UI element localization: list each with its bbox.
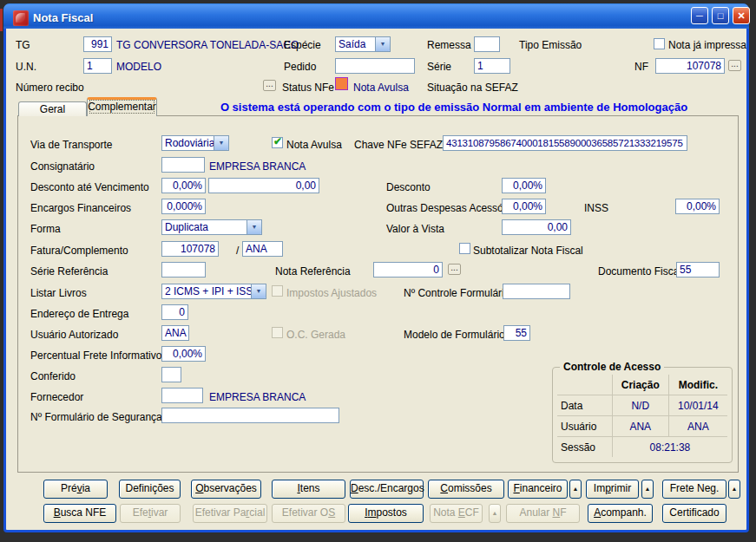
data-criacao-value: N/D	[612, 395, 668, 416]
nf-input[interactable]: 107078	[655, 58, 725, 74]
imprimir-button[interactable]: Imprimir	[586, 480, 639, 499]
subtotalizar-label: Subtotalizar Nota Fiscal	[473, 245, 583, 257]
busca-nfe-button[interactable]: Busca NFE	[43, 504, 116, 523]
documento-fiscal-input[interactable]: 55	[676, 262, 720, 278]
previa-button[interactable]: Prévia	[43, 480, 108, 499]
especie-select[interactable]: Saída ▼	[335, 36, 391, 52]
desc-encargos-button[interactable]: Desc./Encargos	[350, 480, 424, 499]
consignatario-input[interactable]	[161, 157, 205, 173]
itens-button[interactable]: Itens	[272, 480, 345, 499]
nota-referencia-more-button[interactable]: ...	[448, 264, 461, 275]
numero-recibo-more-button[interactable]: ...	[263, 80, 276, 91]
serie-input[interactable]: 1	[474, 58, 510, 74]
status-nfe-value: Nota Avulsa	[353, 82, 409, 94]
controle-de-acesso-title: Controle de Acesso	[560, 361, 664, 373]
n-controle-formulario-label: Nº Controle Formulário	[404, 287, 509, 299]
chevron-down-icon[interactable]: ▼	[214, 136, 228, 150]
modific-header: Modific.	[668, 375, 727, 395]
minimize-button[interactable]: ─	[691, 7, 708, 24]
frete-neg-more-button[interactable]: ▲	[728, 480, 740, 499]
percentual-frete-input[interactable]: 0,00%	[161, 346, 206, 362]
efetivar-button: Efetivar	[120, 504, 181, 523]
tg-input[interactable]: 991	[83, 36, 112, 52]
encargos-financeiros-input[interactable]: 0,000%	[161, 199, 206, 214]
chevron-down-icon[interactable]: ▼	[247, 220, 261, 234]
listar-livros-select[interactable]: 2 ICMS + IPI + ISS ▼	[161, 284, 266, 299]
financeiro-button[interactable]: Financeiro	[508, 480, 568, 499]
tab-complementar[interactable]: Complementar	[87, 97, 157, 116]
inss-input[interactable]: 0,00%	[675, 199, 720, 214]
frete-neg-button[interactable]: Frete Neg.	[662, 480, 726, 499]
fornecedor-description: EMPRESA BRANCA	[209, 391, 306, 403]
desconto-ate-vencimento-pct-input[interactable]: 0,00%	[161, 178, 206, 193]
comissoes-button[interactable]: Comissões	[428, 480, 504, 499]
endereco-entrega-input[interactable]: 0	[161, 304, 188, 320]
chave-nfe-input[interactable]: 4313108795867400018155890003658572133321…	[443, 135, 687, 151]
tg-description: TG CONVERSORA TONELADA-SACO	[116, 39, 299, 51]
tab-geral[interactable]: Geral	[18, 101, 87, 116]
data-row-label: Data	[557, 395, 612, 416]
nota-ja-impressa-checkbox[interactable]	[654, 38, 665, 49]
valor-a-vista-input[interactable]: 0,00	[502, 219, 571, 235]
nota-avulsa-checkbox[interactable]: ✔	[272, 137, 283, 148]
fornecedor-input[interactable]	[161, 388, 203, 403]
controle-de-acesso-group: Controle de Acesso Criação Modific. Data…	[552, 367, 733, 463]
chevron-down-icon[interactable]: ▼	[251, 284, 266, 298]
un-label: U.N.	[16, 61, 36, 73]
subtotalizar-checkbox[interactable]	[459, 243, 470, 254]
imprimir-more-button[interactable]: ▲	[641, 480, 654, 499]
forma-select[interactable]: Duplicata ▼	[161, 219, 262, 235]
desconto-ate-vencimento-valor-input[interactable]: 0,00	[208, 178, 319, 193]
pedido-input[interactable]	[335, 58, 415, 74]
numero-recibo-label: Número recibo	[16, 82, 84, 94]
definicoes-button[interactable]: Definições	[119, 480, 181, 499]
acompanh-button[interactable]: Acompanh.	[588, 504, 653, 523]
usuario-autorizado-label: Usuário Autorizado	[30, 329, 118, 341]
sessao-value: 08:21:38	[612, 437, 727, 458]
anular-nf-button: Anular NF	[506, 504, 580, 523]
encargos-financeiros-label: Encargos Financeiros	[30, 202, 131, 214]
n-controle-formulario-input[interactable]	[503, 284, 570, 299]
nota-referencia-input[interactable]: 0	[373, 262, 443, 278]
nf-label: NF	[634, 61, 648, 73]
chevron-down-icon[interactable]: ▼	[375, 37, 390, 51]
serie-referencia-input[interactable]	[161, 262, 206, 278]
un-input[interactable]: 1	[83, 58, 112, 74]
forma-label: Forma	[30, 223, 61, 235]
un-description: MODELO	[116, 61, 161, 73]
maximize-button[interactable]: □	[712, 7, 729, 24]
table-row: Sessão 08:21:38	[557, 437, 727, 458]
desconto-input[interactable]: 0,00%	[502, 178, 546, 193]
chave-nfe-label: Chave NFe SEFAZ	[354, 139, 443, 151]
documento-fiscal-label: Documento Fiscal	[598, 265, 681, 278]
usuario-autorizado-input[interactable]: ANA	[161, 325, 189, 341]
percentual-frete-label: Percentual Frete Informativo	[30, 349, 161, 362]
nf-more-button[interactable]: ...	[728, 60, 741, 71]
titlebar[interactable]: Nota Fiscal	[3, 3, 749, 29]
impostos-button[interactable]: Impostos	[348, 504, 424, 523]
fatura-numero-input[interactable]: 107078	[161, 241, 219, 257]
observacoes-button[interactable]: Observações	[191, 480, 261, 499]
valor-a-vista-label: Valor à Vista	[386, 223, 444, 235]
conferido-input[interactable]	[161, 367, 181, 382]
fatura-separator: /	[236, 245, 239, 257]
usuario-modific-value: ANA	[668, 416, 727, 437]
modelo-formulario-input[interactable]: 55	[503, 325, 530, 341]
close-button[interactable]: ✕	[733, 7, 750, 24]
impostos-ajustados-checkbox	[272, 285, 283, 297]
fatura-serie-input[interactable]: ANA	[242, 241, 283, 257]
via-de-transporte-select[interactable]: Rodoviária ▼	[161, 135, 229, 151]
data-modific-value: 10/01/14	[668, 395, 727, 416]
outras-despesas-input[interactable]: 0,00%	[502, 199, 546, 214]
controle-de-acesso-table: Criação Modific. Data N/D 10/01/14 Usuár…	[557, 375, 727, 457]
table-row: Usuário ANA ANA	[557, 416, 727, 437]
certificado-button[interactable]: Certificado	[662, 504, 726, 523]
status-nfe-label: Status NFe	[282, 82, 334, 94]
remessa-input[interactable]	[474, 36, 500, 52]
via-de-transporte-label: Via de Transporte	[30, 139, 113, 151]
financeiro-more-button[interactable]: ▲	[569, 480, 582, 499]
n-formulario-seguranca-input[interactable]	[161, 408, 339, 423]
conferido-label: Conferido	[30, 370, 76, 382]
criacao-header: Criação	[612, 375, 668, 395]
impostos-ajustados-label: Impostos Ajustados	[286, 287, 377, 299]
